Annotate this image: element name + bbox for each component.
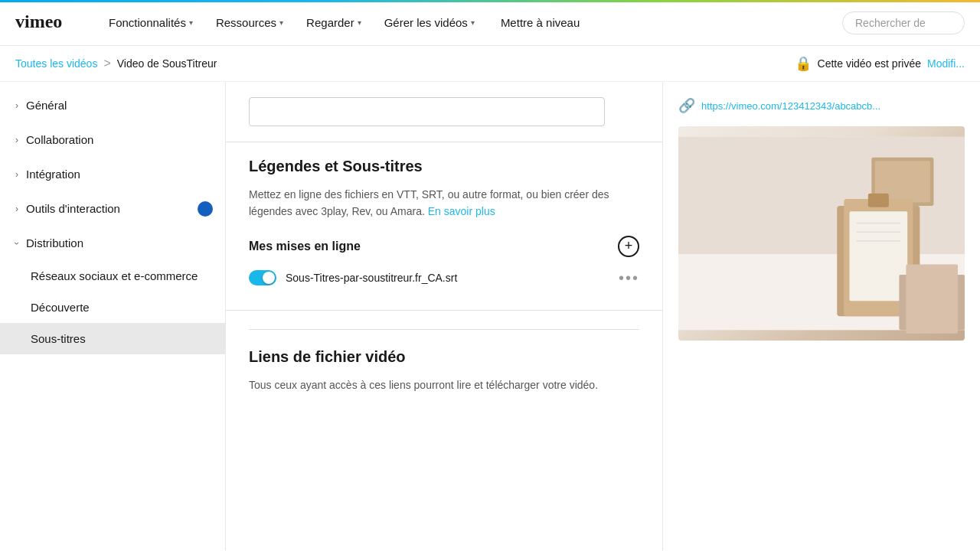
- main-layout: › Général › Collaboration › Intégration …: [0, 82, 980, 550]
- sidebar-item-general[interactable]: › Général: [0, 88, 225, 122]
- nav-fonctionnalites[interactable]: Fonctionnalités ▾: [100, 10, 202, 35]
- input-row: [249, 97, 639, 126]
- toggle-knob: [263, 272, 275, 284]
- top-navigation: vimeo Fonctionnalités ▾ Ressources ▾ Reg…: [0, 0, 980, 46]
- breadcrumb-bar: Toutes les vidéos > Video de SousTitreur…: [0, 46, 980, 82]
- privacy-badge: 🔒 Cette vidéo est privée Modifi...: [795, 55, 965, 72]
- sidebar-sub-item-sous-titres[interactable]: Sous-titres: [0, 323, 225, 354]
- link-icon: 🔗: [678, 97, 695, 114]
- nav-ressources[interactable]: Ressources ▾: [207, 10, 292, 35]
- breadcrumb-separator: >: [103, 57, 110, 70]
- section-liens-title: Liens de fichier vidéo: [249, 348, 639, 366]
- chevron-right-icon: ›: [15, 169, 18, 180]
- chevron-down-icon: ▾: [189, 18, 193, 27]
- chevron-down-icon: ▾: [358, 18, 361, 27]
- lock-icon: 🔒: [795, 55, 812, 72]
- modify-link[interactable]: Modifi...: [927, 57, 965, 70]
- uploads-title: Mes mises en ligne: [249, 240, 361, 253]
- sidebar-item-collaboration[interactable]: › Collaboration: [0, 122, 225, 157]
- section-liens: Liens de fichier vidéo Tous ceux ayant a…: [226, 348, 662, 432]
- search-input[interactable]: Rechercher de: [842, 11, 965, 34]
- progress-bar: [0, 0, 980, 2]
- privacy-label: Cette vidéo est privée: [818, 57, 921, 70]
- chevron-right-icon: ›: [15, 135, 18, 145]
- sidebar: › Général › Collaboration › Intégration …: [0, 82, 226, 550]
- chevron-down-icon: ▾: [471, 18, 475, 27]
- chevron-down-icon: ›: [11, 242, 22, 245]
- svg-rect-8: [868, 194, 889, 207]
- active-indicator: [198, 201, 213, 217]
- nav-items: Fonctionnalités ▾ Ressources ▾ Regarder …: [100, 10, 842, 35]
- sidebar-item-integration[interactable]: › Intégration: [0, 157, 225, 191]
- section-legendes-desc: Mettez en ligne des fichiers en VTT, SRT…: [249, 186, 639, 220]
- logo[interactable]: vimeo: [15, 11, 77, 34]
- breadcrumb-current: Video de SousTitreur: [117, 57, 217, 70]
- subtitle-toggle[interactable]: [249, 270, 276, 285]
- chevron-right-icon: ›: [15, 204, 18, 214]
- right-panel: 🔗 https://vimeo.com/123412343/abcabcb...: [662, 82, 980, 550]
- more-options-button[interactable]: •••: [619, 269, 639, 287]
- learn-more-link[interactable]: En savoir plus: [428, 205, 495, 217]
- sidebar-sub-item-reseaux-sociaux[interactable]: Réseaux sociaux et e-commerce: [0, 260, 225, 292]
- nav-regarder[interactable]: Regarder ▾: [297, 10, 371, 35]
- nav-mettre-a-niveau[interactable]: Mettre à niveau: [488, 10, 592, 35]
- svg-text:vimeo: vimeo: [15, 11, 62, 31]
- video-link-row: 🔗 https://vimeo.com/123412343/abcabcb...: [678, 97, 965, 114]
- svg-rect-9: [849, 211, 907, 301]
- subtitle-row: Sous-Titres-par-soustitreur.fr_CA.srt ••…: [249, 269, 639, 287]
- uploads-header: Mes mises en ligne +: [249, 236, 639, 257]
- title-input[interactable]: [249, 97, 605, 126]
- nav-gerer-videos[interactable]: Gérer les vidéos ▾: [375, 10, 484, 35]
- breadcrumb-back-link[interactable]: Toutes les vidéos: [15, 57, 97, 70]
- section-liens-desc: Tous ceux ayant accès à ces liens pourro…: [249, 377, 639, 393]
- chevron-right-icon: ›: [15, 100, 18, 111]
- svg-rect-14: [906, 265, 958, 334]
- video-url[interactable]: https://vimeo.com/123412343/abcabcb...: [701, 100, 880, 112]
- section-legendes-title: Légendes et Sous-titres: [249, 158, 639, 175]
- sidebar-sub-item-decouverte[interactable]: Découverte: [0, 292, 225, 323]
- video-thumb-inner: [678, 126, 965, 341]
- content-area: Légendes et Sous-titres Mettez en ligne …: [226, 82, 662, 550]
- video-thumbnail: [678, 126, 965, 341]
- subtitle-filename: Sous-Titres-par-soustitreur.fr_CA.srt: [286, 272, 609, 284]
- chevron-down-icon: ▾: [279, 18, 283, 27]
- sidebar-item-outils-interaction[interactable]: › Outils d'interaction: [0, 191, 225, 226]
- section-legendes: Légendes et Sous-titres Mettez en ligne …: [226, 158, 662, 311]
- sidebar-item-distribution[interactable]: › Distribution: [0, 226, 225, 260]
- add-upload-button[interactable]: +: [618, 236, 639, 257]
- breadcrumb: Toutes les vidéos > Video de SousTitreur: [15, 57, 217, 70]
